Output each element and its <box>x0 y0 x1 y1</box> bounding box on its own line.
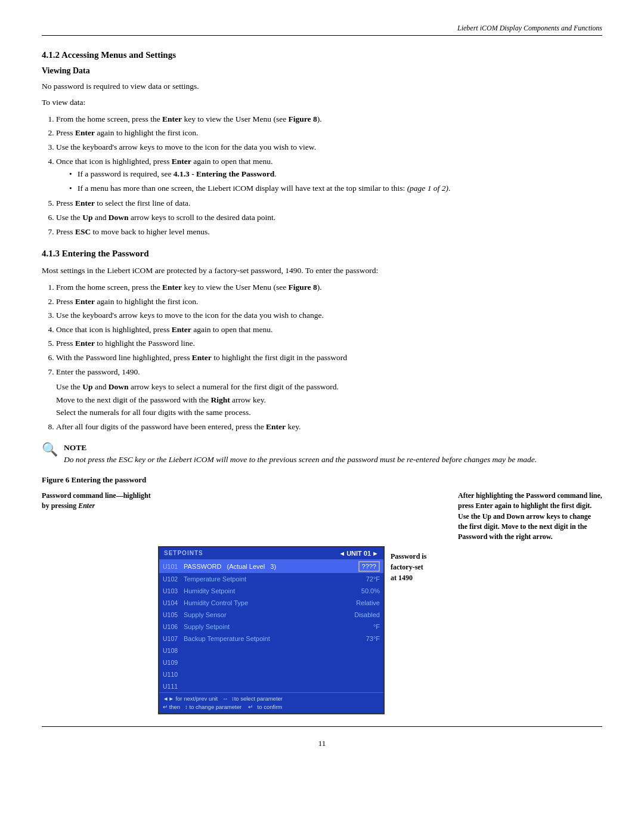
annotation-right: After highlighting the Password command … <box>453 491 602 543</box>
lcd-code-u111: U111 <box>163 683 184 690</box>
viewing-data-title: Viewing Data <box>42 66 602 76</box>
note-box: 🔍 NOTE Do not press the ESC key or the L… <box>42 443 602 466</box>
lcd-label-u102: Temperature Setpoint <box>184 575 366 583</box>
lcd-row-u106: U106 Supply Setpoint °F <box>159 621 383 633</box>
lcd-footer: ◄► for next/prev unit ↔ ↕to select param… <box>159 692 383 714</box>
page-number: 11 <box>318 739 326 748</box>
lcd-screen: SETPOINTS ◄ UNIT 01 ► U101 PASSWORD (Act… <box>158 546 385 715</box>
lcd-left-arrow: ◄ <box>339 550 345 557</box>
lcd-code-u103: U103 <box>163 587 184 594</box>
lcd-row-u102: U102 Temperature Setpoint 72°F <box>159 573 383 585</box>
password-note-title: Password is <box>391 552 426 561</box>
lcd-label-u101: PASSWORD (Actual Level 3) <box>184 563 358 570</box>
lcd-value-u105: Disabled <box>354 611 380 618</box>
lcd-value-u107: 73°F <box>366 635 380 642</box>
enter-step-7-line2: Move to the next digit of the password w… <box>56 394 602 407</box>
footer-text-1: ◄► for next/prev unit ↔ ↕to select param… <box>163 695 283 703</box>
lcd-label-u106: Supply Setpoint <box>184 623 373 630</box>
lcd-code-u102: U102 <box>163 575 184 583</box>
figure-6-section: Figure 6 Entering the password Password … <box>42 475 602 714</box>
note-title: NOTE <box>64 443 537 453</box>
footer-row-1: ◄► for next/prev unit ↔ ↕to select param… <box>163 695 380 703</box>
header-title: Liebert iCOM Display Components and Func… <box>457 24 602 32</box>
lcd-row-u103: U103 Humidity Setpoint 50.0% <box>159 585 383 597</box>
lcd-row-u101: U101 PASSWORD (Actual Level 3) ???? <box>159 560 383 573</box>
lcd-row-u108: U108 <box>159 645 383 657</box>
footer-row-2: ↵ then ↕ to change parameter ↵ to confir… <box>163 703 380 711</box>
enter-step-8: After all four digits of the password ha… <box>56 420 602 433</box>
view-steps-list: From the home screen, press the Enter ke… <box>56 113 602 238</box>
view-step-4-bullet-1: If a password is required, see 4.1.3 - E… <box>78 168 602 181</box>
lcd-code-u106: U106 <box>163 623 184 630</box>
lcd-code-u109: U109 <box>163 659 184 666</box>
view-step-4-bullets: If a password is required, see 4.1.3 - E… <box>78 168 602 194</box>
figure-annotations-row: Password command line—highlight by press… <box>42 491 602 543</box>
lcd-header-right: ◄ UNIT 01 ► <box>339 550 379 557</box>
enter-step-7-line1: Use the Up and Down arrow keys to select… <box>56 380 602 394</box>
lcd-label-u105: Supply Sensor <box>184 611 354 618</box>
section-413-intro: Most settings in the Liebert iCOM are pr… <box>42 265 602 277</box>
enter-step-1: From the home screen, press the Enter ke… <box>56 281 602 294</box>
lcd-unit-label: UNIT 01 <box>346 550 371 557</box>
page-header: Liebert iCOM Display Components and Func… <box>42 24 602 36</box>
lcd-row-u109: U109 <box>159 657 383 668</box>
lcd-label-u107: Backup Temperature Setpoint <box>184 635 366 642</box>
view-step-2: Press Enter again to highlight the first… <box>56 126 602 140</box>
lcd-code-u104: U104 <box>163 599 184 606</box>
lcd-label-u103: Humidity Setpoint <box>184 587 361 594</box>
lcd-header: SETPOINTS ◄ UNIT 01 ► <box>159 547 383 560</box>
enter-step-5: Press Enter to highlight the Password li… <box>56 337 602 350</box>
view-step-7: Press ESC to move back to higher level m… <box>56 225 602 239</box>
note-text: Do not press the ESC key or the Liebert … <box>64 454 537 466</box>
lcd-code-u105: U105 <box>163 611 184 618</box>
lcd-code-u107: U107 <box>163 635 184 642</box>
view-step-6: Use the Up and Down arrow keys to scroll… <box>56 211 602 224</box>
view-step-1: From the home screen, press the Enter ke… <box>56 113 602 126</box>
password-note-line3: at 1490 <box>391 574 413 582</box>
lcd-row-u111: U111 <box>159 680 383 692</box>
lcd-row-u110: U110 <box>159 668 383 680</box>
lcd-value-u106: °F <box>373 623 380 630</box>
screen-row: SETPOINTS ◄ UNIT 01 ► U101 PASSWORD (Act… <box>42 546 602 715</box>
section-413-title: 4.1.3 Entering the Password <box>42 249 602 259</box>
note-icon: 🔍 <box>42 442 58 457</box>
lcd-value-u101-boxed: ???? <box>358 561 380 572</box>
lcd-right-arrow: ► <box>372 550 379 557</box>
view-step-4-bullet-2: If a menu has more than one screen, the … <box>78 182 602 195</box>
annotation-left: Password command line—highlight by press… <box>42 491 158 543</box>
view-step-4: Once that icon is highlighted, press Ent… <box>56 155 602 195</box>
enter-step-7: Enter the password, 1490. Use the Up and… <box>56 366 602 419</box>
page-container: Liebert iCOM Display Components and Func… <box>0 0 644 766</box>
lcd-code-u101: U101 <box>163 563 184 570</box>
to-view-text: To view data: <box>42 97 602 109</box>
lcd-rows: U101 PASSWORD (Actual Level 3) ???? U102… <box>159 560 383 692</box>
section-412: 4.1.2 Accessing Menus and Settings Viewi… <box>42 50 602 238</box>
lcd-header-left: SETPOINTS <box>164 550 203 556</box>
lcd-label-u104: Humidity Control Type <box>184 599 356 606</box>
enter-step-6: With the Password line highlighted, pres… <box>56 351 602 364</box>
no-password-text: No password is required to view data or … <box>42 80 602 93</box>
enter-step-3: Use the keyboard's arrow keys to move to… <box>56 309 602 322</box>
lcd-value-u103: 50.0% <box>361 587 380 594</box>
password-note: Password is factory-set at 1490 <box>391 551 426 583</box>
ann-left-subtitle: by pressing Enter <box>42 501 95 510</box>
section-413: 4.1.3 Entering the Password Most setting… <box>42 249 602 433</box>
lcd-row-u104: U104 Humidity Control Type Relative <box>159 597 383 609</box>
lcd-value-u104: Relative <box>356 599 380 606</box>
view-step-5: Press Enter to select the first line of … <box>56 197 602 210</box>
ann-left-title: Password command line—highlight <box>42 491 151 500</box>
lcd-row-u107: U107 Backup Temperature Setpoint 73°F <box>159 633 383 645</box>
footer-text-2: ↵ then ↕ to change parameter ↵ to confir… <box>163 703 282 711</box>
lcd-value-u102: 72°F <box>366 575 380 583</box>
password-note-line2: factory-set <box>391 563 423 571</box>
view-step-3: Use the keyboard's arrow keys to move to… <box>56 141 602 154</box>
annotation-center-spacer <box>158 491 453 543</box>
lcd-row-u105: U105 Supply Sensor Disabled <box>159 609 383 621</box>
figure-6-caption: Figure 6 Entering the password <box>42 475 602 485</box>
note-content: NOTE Do not press the ESC key or the Lie… <box>64 443 537 466</box>
lcd-code-u110: U110 <box>163 671 184 678</box>
enter-step-7-line3: Select the numerals for all four digits … <box>56 406 602 419</box>
enter-steps-list: From the home screen, press the Enter ke… <box>56 281 602 433</box>
bottom-divider <box>42 726 602 727</box>
enter-step-4: Once that icon is highlighted, press Ent… <box>56 323 602 336</box>
